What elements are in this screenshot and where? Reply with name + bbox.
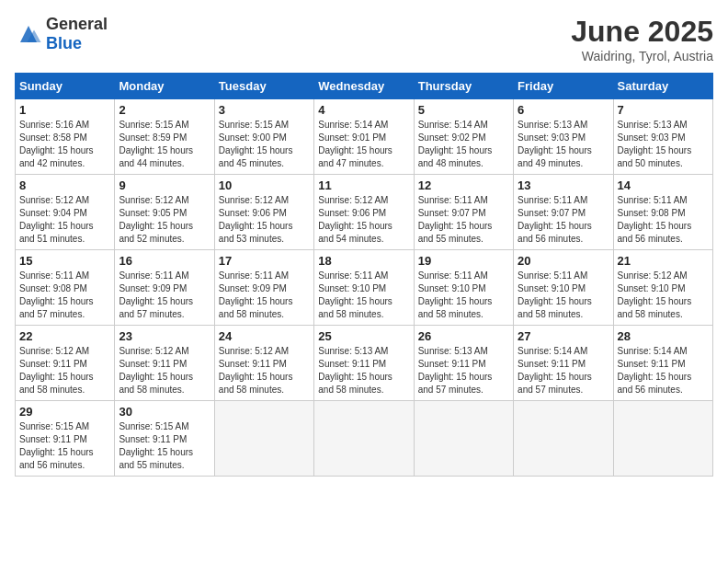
calendar-cell: 19Sunrise: 5:11 AMSunset: 9:10 PMDayligh… [414,250,513,326]
day-info: Sunrise: 5:12 AMSunset: 9:04 PMDaylight:… [19,194,110,246]
week-row-1: 1Sunrise: 5:16 AMSunset: 8:58 PMDaylight… [16,99,713,175]
page-header: General Blue June 2025 Waidring, Tyrol, … [15,15,713,63]
day-number: 20 [518,254,609,268]
month-title: June 2025 [571,15,713,49]
day-info: Sunrise: 5:12 AMSunset: 9:11 PMDaylight:… [219,345,310,396]
day-number: 16 [119,254,210,268]
calendar-cell: 21Sunrise: 5:12 AMSunset: 9:10 PMDayligh… [613,250,712,326]
calendar-cell: 4Sunrise: 5:14 AMSunset: 9:01 PMDaylight… [314,99,414,175]
calendar-cell: 1Sunrise: 5:16 AMSunset: 8:58 PMDaylight… [16,99,115,175]
day-number: 10 [219,178,310,192]
day-info: Sunrise: 5:14 AMSunset: 9:02 PMDaylight:… [418,119,509,170]
day-info: Sunrise: 5:11 AMSunset: 9:09 PMDaylight:… [119,270,210,321]
logo-blue: Blue [46,34,82,52]
calendar-cell: 16Sunrise: 5:11 AMSunset: 9:09 PMDayligh… [115,250,214,326]
calendar-cell: 3Sunrise: 5:15 AMSunset: 9:00 PMDaylight… [214,99,313,175]
calendar-cell: 23Sunrise: 5:12 AMSunset: 9:11 PMDayligh… [115,326,214,401]
day-number: 4 [318,103,409,117]
day-info: Sunrise: 5:12 AMSunset: 9:11 PMDaylight:… [119,345,210,396]
calendar-cell: 17Sunrise: 5:11 AMSunset: 9:09 PMDayligh… [214,250,313,326]
day-number: 25 [318,329,409,343]
calendar-cell: 8Sunrise: 5:12 AMSunset: 9:04 PMDaylight… [16,175,115,250]
day-number: 28 [618,329,709,343]
day-info: Sunrise: 5:11 AMSunset: 9:10 PMDaylight:… [518,270,609,321]
day-info: Sunrise: 5:11 AMSunset: 9:10 PMDaylight:… [418,270,509,321]
day-info: Sunrise: 5:13 AMSunset: 9:11 PMDaylight:… [418,345,509,396]
day-info: Sunrise: 5:11 AMSunset: 9:10 PMDaylight:… [318,270,409,321]
day-number: 8 [19,178,110,192]
day-info: Sunrise: 5:15 AMSunset: 9:00 PMDaylight:… [219,119,310,170]
calendar-cell: 22Sunrise: 5:12 AMSunset: 9:11 PMDayligh… [16,326,115,401]
header-monday: Monday [115,74,214,99]
day-number: 29 [19,405,110,419]
calendar-cell: 7Sunrise: 5:13 AMSunset: 9:03 PMDaylight… [613,99,712,175]
day-number: 13 [518,178,609,192]
day-number: 7 [618,103,709,117]
header-wednesday: Wednesday [314,74,414,99]
week-row-5: 29Sunrise: 5:15 AMSunset: 9:11 PMDayligh… [16,401,713,477]
week-row-4: 22Sunrise: 5:12 AMSunset: 9:11 PMDayligh… [16,326,713,401]
day-number: 19 [418,254,509,268]
day-number: 21 [618,254,709,268]
day-number: 27 [518,329,609,343]
calendar-cell: 28Sunrise: 5:14 AMSunset: 9:11 PMDayligh… [613,326,712,401]
day-info: Sunrise: 5:13 AMSunset: 9:03 PMDaylight:… [618,119,709,170]
day-number: 22 [19,329,110,343]
calendar-cell: 25Sunrise: 5:13 AMSunset: 9:11 PMDayligh… [314,326,414,401]
calendar-cell: 26Sunrise: 5:13 AMSunset: 9:11 PMDayligh… [414,326,513,401]
calendar-cell: 6Sunrise: 5:13 AMSunset: 9:03 PMDaylight… [514,99,613,175]
day-info: Sunrise: 5:11 AMSunset: 9:09 PMDaylight:… [219,270,310,321]
day-info: Sunrise: 5:12 AMSunset: 9:05 PMDaylight:… [119,194,210,246]
day-number: 5 [418,103,509,117]
week-row-2: 8Sunrise: 5:12 AMSunset: 9:04 PMDaylight… [16,175,713,250]
day-number: 3 [219,103,310,117]
day-info: Sunrise: 5:14 AMSunset: 9:11 PMDaylight:… [618,345,709,396]
day-info: Sunrise: 5:13 AMSunset: 9:03 PMDaylight:… [518,119,609,170]
week-row-3: 15Sunrise: 5:11 AMSunset: 9:08 PMDayligh… [16,250,713,326]
calendar-cell: 13Sunrise: 5:11 AMSunset: 9:07 PMDayligh… [514,175,613,250]
calendar-cell: 9Sunrise: 5:12 AMSunset: 9:05 PMDaylight… [115,175,214,250]
day-info: Sunrise: 5:15 AMSunset: 9:11 PMDaylight:… [19,420,110,472]
calendar-cell: 20Sunrise: 5:11 AMSunset: 9:10 PMDayligh… [514,250,613,326]
day-info: Sunrise: 5:11 AMSunset: 9:07 PMDaylight:… [418,194,509,246]
calendar-cell: 18Sunrise: 5:11 AMSunset: 9:10 PMDayligh… [314,250,414,326]
day-info: Sunrise: 5:12 AMSunset: 9:11 PMDaylight:… [19,345,110,396]
calendar-cell [613,401,712,477]
day-info: Sunrise: 5:11 AMSunset: 9:07 PMDaylight:… [518,194,609,246]
calendar-cell: 30Sunrise: 5:15 AMSunset: 9:11 PMDayligh… [115,401,214,477]
day-number: 15 [19,254,110,268]
day-number: 17 [219,254,310,268]
calendar-cell [314,401,414,477]
header-friday: Friday [514,74,613,99]
calendar-cell: 2Sunrise: 5:15 AMSunset: 8:59 PMDaylight… [115,99,214,175]
day-info: Sunrise: 5:12 AMSunset: 9:10 PMDaylight:… [618,270,709,321]
calendar-cell [514,401,613,477]
day-number: 2 [119,103,210,117]
day-info: Sunrise: 5:14 AMSunset: 9:11 PMDaylight:… [518,345,609,396]
calendar-cell: 11Sunrise: 5:12 AMSunset: 9:06 PMDayligh… [314,175,414,250]
calendar-cell: 15Sunrise: 5:11 AMSunset: 9:08 PMDayligh… [16,250,115,326]
day-number: 1 [19,103,110,117]
calendar-cell: 10Sunrise: 5:12 AMSunset: 9:06 PMDayligh… [214,175,313,250]
day-number: 24 [219,329,310,343]
calendar-cell: 27Sunrise: 5:14 AMSunset: 9:11 PMDayligh… [514,326,613,401]
header-saturday: Saturday [613,74,712,99]
calendar-cell: 12Sunrise: 5:11 AMSunset: 9:07 PMDayligh… [414,175,513,250]
calendar-cell: 24Sunrise: 5:12 AMSunset: 9:11 PMDayligh… [214,326,313,401]
calendar-cell: 14Sunrise: 5:11 AMSunset: 9:08 PMDayligh… [613,175,712,250]
logo-general: General [46,15,108,33]
day-number: 9 [119,178,210,192]
weekday-header-row: Sunday Monday Tuesday Wednesday Thursday… [16,74,713,99]
day-number: 14 [618,178,709,192]
title-area: June 2025 Waidring, Tyrol, Austria [571,15,713,63]
logo-text: General Blue [46,15,108,53]
day-info: Sunrise: 5:13 AMSunset: 9:11 PMDaylight:… [318,345,409,396]
day-number: 30 [119,405,210,419]
header-thursday: Thursday [414,74,513,99]
day-info: Sunrise: 5:11 AMSunset: 9:08 PMDaylight:… [19,270,110,321]
day-info: Sunrise: 5:15 AMSunset: 8:59 PMDaylight:… [119,119,210,170]
day-number: 26 [418,329,509,343]
day-info: Sunrise: 5:14 AMSunset: 9:01 PMDaylight:… [318,119,409,170]
day-number: 11 [318,178,409,192]
day-number: 23 [119,329,210,343]
